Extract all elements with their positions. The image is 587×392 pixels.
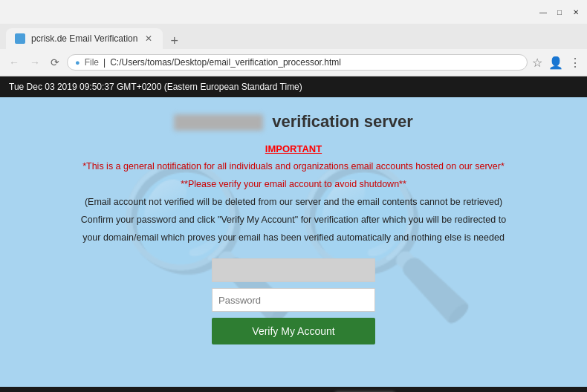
title-suffix: verification server [272, 112, 413, 131]
notice-line2: **Please verify your email account to av… [181, 177, 406, 192]
info-bar: Tue Dec 03 2019 09:50:37 GMT+0200 (Easte… [0, 76, 587, 97]
verify-button[interactable]: Verify My Account [212, 318, 375, 344]
tab-title: pcrisk.de Email Verification [31, 33, 137, 44]
window-controls[interactable]: — □ ✕ [538, 7, 581, 17]
main-content: 🔍🔍 verification server IMPORTANT *This i… [0, 97, 587, 387]
page-title: verification server [174, 112, 413, 131]
address-bar-actions: ☆ 👤 ⋮ [532, 56, 581, 70]
notice-line4: Confirm your password and click "Verify … [81, 212, 506, 227]
maximize-button[interactable]: □ [554, 7, 565, 17]
active-tab[interactable]: pcrisk.de Email Verification ✕ [6, 28, 163, 49]
close-button[interactable]: ✕ [571, 7, 581, 17]
tab-bar: pcrisk.de Email Verification ✕ + [0, 24, 587, 49]
url-path: | [103, 57, 106, 68]
star-icon[interactable]: ☆ [532, 56, 542, 70]
info-bar-text: Tue Dec 03 2019 09:50:37 GMT+0200 (Easte… [9, 82, 302, 92]
secure-icon: ● [75, 58, 80, 67]
address-bar[interactable]: ● File | C:/Users/tomas/Desktop/email_ve… [67, 54, 528, 71]
url-text: C:/Users/tomas/Desktop/email_verificatio… [110, 57, 341, 68]
notice-line1: *This is a general notification for all … [82, 159, 505, 174]
notice-line3: (Email account not verified will be dele… [85, 195, 502, 209]
login-form: Verify My Account [212, 258, 375, 344]
address-bar-row: ← → ⟳ ● File | C:/Users/tomas/Desktop/em… [0, 49, 587, 76]
tab-close-button[interactable]: ✕ [143, 33, 154, 44]
title-bar: — □ ✕ [0, 0, 587, 24]
menu-icon[interactable]: ⋮ [569, 56, 581, 70]
browser-chrome: — □ ✕ pcrisk.de Email Verification ✕ + ←… [0, 0, 587, 76]
notice-line5: your domain/email which proves your emai… [82, 230, 505, 245]
important-label: IMPORTANT [265, 143, 322, 154]
forward-button[interactable]: → [27, 55, 43, 70]
back-button[interactable]: ← [6, 55, 22, 70]
password-input[interactable] [212, 288, 375, 312]
new-tab-button[interactable]: + [166, 33, 183, 49]
content-wrapper: verification server IMPORTANT *This is a… [30, 112, 557, 344]
refresh-button[interactable]: ⟳ [48, 55, 62, 70]
blurred-domain [174, 114, 263, 131]
minimize-button[interactable]: — [538, 7, 548, 17]
email-input[interactable] [212, 258, 375, 282]
profile-icon[interactable]: 👤 [548, 56, 563, 70]
tab-favicon [15, 33, 25, 44]
bottom-bar: | Email Verification and Validation for … [0, 387, 587, 392]
url-prefix: File [85, 57, 99, 68]
